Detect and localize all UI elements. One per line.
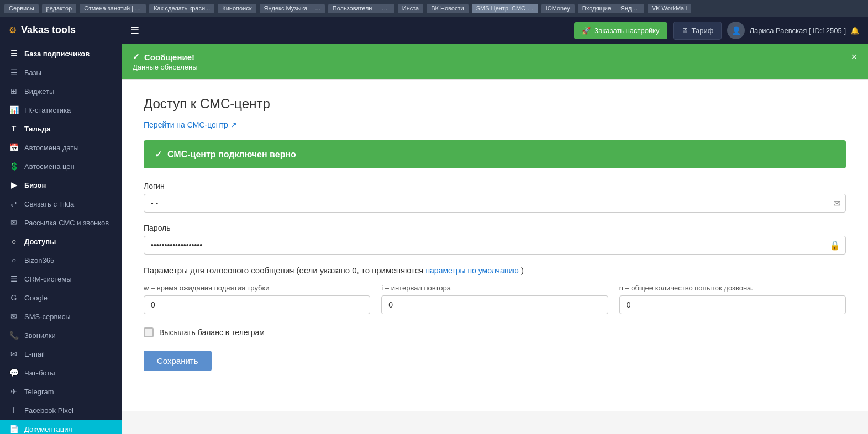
sidebar-logo[interactable]: ⚙ Vakas tools bbox=[0, 17, 122, 44]
sidebar-item-sms-services[interactable]: ✉ SMS-сервисы bbox=[0, 307, 122, 326]
sidebar-item-widgets[interactable]: ⊞ Виджеты bbox=[0, 82, 122, 100]
email-icon: ✉ bbox=[9, 350, 19, 358]
sidebar-item-label: Звонилки bbox=[24, 331, 56, 340]
balance-telegram-checkbox[interactable] bbox=[144, 327, 154, 337]
browser-tab-4[interactable]: Как сделать краси... bbox=[149, 4, 214, 13]
checkbox-label[interactable]: Высылать баланс в телеграм bbox=[159, 328, 265, 337]
param-n-input[interactable] bbox=[619, 295, 846, 314]
sidebar-item-sms-calls[interactable]: ✉ Рассылка СМС и звонков bbox=[0, 213, 122, 232]
browser-tab-12[interactable]: VK WorkMail bbox=[648, 4, 691, 13]
sidebar-item-accesses[interactable]: ○ Доступы bbox=[0, 232, 122, 251]
browser-tab-3[interactable]: Отмена занятий | Е... bbox=[80, 4, 146, 13]
checkbox-row: Высылать баланс в телеграм bbox=[144, 327, 846, 337]
list-icon: ☰ bbox=[9, 49, 19, 58]
sidebar-item-label: Рассылка СМС и звонков bbox=[24, 219, 109, 227]
content-area: Доступ к СМС-центр Перейти на СМС-центр … bbox=[122, 80, 868, 411]
phone-icon: 📞 bbox=[9, 331, 19, 340]
browser-tab-6[interactable]: Яндекс Музыка —... bbox=[260, 4, 325, 13]
param-w-group: w – время ожидания поднятия трубки bbox=[144, 284, 370, 314]
sidebar-item-email[interactable]: ✉ E-mail bbox=[0, 345, 122, 363]
link-icon: ⇄ bbox=[9, 199, 19, 208]
browser-tab-5[interactable]: Кинопоиск bbox=[218, 4, 256, 13]
param-i-input[interactable] bbox=[381, 295, 608, 314]
header-right: 🚀 Заказать настройку 🖥 Тариф 👤 Лариса Ра… bbox=[574, 22, 859, 40]
password-input[interactable] bbox=[144, 236, 846, 255]
app-layout: ⚙ Vakas tools ☰ База подписчиков ☰ Базы … bbox=[0, 17, 868, 434]
sidebar-item-tilda[interactable]: T Тильда bbox=[0, 119, 122, 138]
sidebar-item-label: Bizon365 bbox=[24, 256, 54, 264]
order-setup-button[interactable]: 🚀 Заказать настройку bbox=[574, 22, 667, 39]
notification-icon[interactable]: 🔔 bbox=[850, 27, 859, 35]
sms-services-icon: ✉ bbox=[9, 312, 19, 321]
browser-tab-editor[interactable]: редактор bbox=[42, 4, 77, 13]
save-button[interactable]: Сохранить bbox=[144, 351, 212, 371]
browser-tab-8[interactable]: Инста bbox=[398, 4, 424, 13]
sidebar-item-label: Документация bbox=[24, 425, 72, 433]
sidebar-item-autodate[interactable]: 📅 Автосмена даты bbox=[0, 138, 122, 157]
sidebar-item-facebook-pixel[interactable]: f Facebook Pixel bbox=[0, 401, 122, 420]
browser-tab-11[interactable]: Входящие — Янде... bbox=[578, 4, 644, 13]
browser-bar: Сервисы редактор Отмена занятий | Е... К… bbox=[0, 0, 868, 17]
hamburger-button[interactable]: ☰ bbox=[130, 24, 139, 36]
sidebar-item-bizon[interactable]: ▶ Бизон bbox=[0, 176, 122, 194]
monitor-icon: 🖥 bbox=[681, 27, 688, 35]
notification-banner: ✓ Сообщение! Данные обновлены × bbox=[122, 44, 868, 79]
main-content: ✓ Сообщение! Данные обновлены × Доступ к… bbox=[122, 44, 868, 434]
sidebar-item-gk-stats[interactable]: 📊 ГК-статистика bbox=[0, 100, 122, 119]
price-icon: 💲 bbox=[9, 162, 19, 171]
rocket-icon: 🚀 bbox=[582, 27, 591, 35]
sidebar-item-chatbots[interactable]: 💬 Чат-боты bbox=[0, 363, 122, 382]
crm-icon: ☰ bbox=[9, 274, 19, 283]
sidebar-item-bizon365[interactable]: ○ Bizon365 bbox=[0, 251, 122, 269]
sidebar-item-label: Тильда bbox=[24, 125, 50, 133]
browser-tab-sms[interactable]: SMS Центр: СМС р... bbox=[472, 4, 538, 13]
sidebar-item-crm[interactable]: ☰ CRM-системы bbox=[0, 269, 122, 288]
sidebar-item-label: Автосмена даты bbox=[24, 144, 79, 152]
browser-tab-10[interactable]: ЮMoney bbox=[541, 4, 575, 13]
status-banner: ✓ СМС-центр подключен верно bbox=[144, 140, 846, 168]
user-info: 👤 Лариса Раевская [ ID:12505 ] 🔔 bbox=[727, 22, 859, 39]
params-row: w – время ожидания поднятия трубки i – и… bbox=[144, 284, 846, 314]
notification-subtitle: Данные обновлены bbox=[133, 63, 198, 71]
tariff-button[interactable]: 🖥 Тариф bbox=[673, 22, 722, 40]
sidebar-item-label: ГК-статистика bbox=[24, 106, 71, 114]
browser-tab-services[interactable]: Сервисы bbox=[4, 4, 39, 13]
docs-icon: 📄 bbox=[9, 425, 19, 433]
login-group: Логин ✉ bbox=[144, 182, 846, 213]
logo-text: Vakas tools bbox=[21, 24, 76, 36]
param-n-group: n – общее количество попыток дозвона. bbox=[619, 284, 846, 314]
params-default-link[interactable]: параметры по умолчанию bbox=[425, 266, 518, 275]
browser-tab-9[interactable]: ВК Новости bbox=[427, 4, 468, 13]
login-input[interactable] bbox=[144, 194, 846, 213]
sidebar-item-calling[interactable]: 📞 Звонилки bbox=[0, 326, 122, 345]
sidebar-item-label: Доступы bbox=[24, 237, 56, 246]
avatar: 👤 bbox=[727, 22, 745, 39]
browser-tab-7[interactable]: Пользователи — V... bbox=[328, 4, 394, 13]
sidebar-item-google[interactable]: G Google bbox=[0, 288, 122, 307]
circle-icon: ○ bbox=[9, 237, 19, 246]
password-group: Пароль 🔒 bbox=[144, 224, 846, 255]
sms-icon: ✉ bbox=[9, 218, 19, 227]
notification-close-button[interactable]: × bbox=[851, 52, 857, 62]
header: ☰ 🚀 Заказать настройку 🖥 Тариф 👤 Лариса … bbox=[122, 17, 868, 44]
header-left: ☰ bbox=[130, 24, 139, 36]
params-title: Параметры для голосового сообщения (если… bbox=[144, 266, 846, 275]
external-link-icon: ↗ bbox=[230, 120, 237, 129]
sidebar-item-label: Базы bbox=[24, 68, 41, 77]
sidebar-item-docs[interactable]: 📄 Документация bbox=[0, 420, 122, 434]
login-input-wrapper: ✉ bbox=[144, 194, 846, 213]
main-wrapper: ☰ 🚀 Заказать настройку 🖥 Тариф 👤 Лариса … bbox=[122, 17, 868, 434]
sms-center-link[interactable]: Перейти на СМС-центр ↗ bbox=[144, 120, 237, 129]
sidebar-item-label: Facebook Pixel bbox=[24, 406, 73, 415]
sidebar-item-label: Виджеты bbox=[24, 87, 54, 96]
sidebar-item-autoprice[interactable]: 💲 Автосмена цен bbox=[0, 157, 122, 176]
stats-icon: 📊 bbox=[9, 105, 19, 114]
sidebar-item-bases[interactable]: ☰ Базы bbox=[0, 63, 122, 82]
sidebar-item-connect-tilda[interactable]: ⇄ Связать с Tilda bbox=[0, 194, 122, 213]
sidebar: ⚙ Vakas tools ☰ База подписчиков ☰ Базы … bbox=[0, 17, 122, 434]
param-w-input[interactable] bbox=[144, 295, 370, 314]
sidebar-item-telegram[interactable]: ✈ Telegram bbox=[0, 382, 122, 401]
sidebar-item-base-subscribers[interactable]: ☰ База подписчиков bbox=[0, 44, 122, 63]
bases-icon: ☰ bbox=[9, 68, 19, 77]
login-label: Логин bbox=[144, 182, 846, 190]
